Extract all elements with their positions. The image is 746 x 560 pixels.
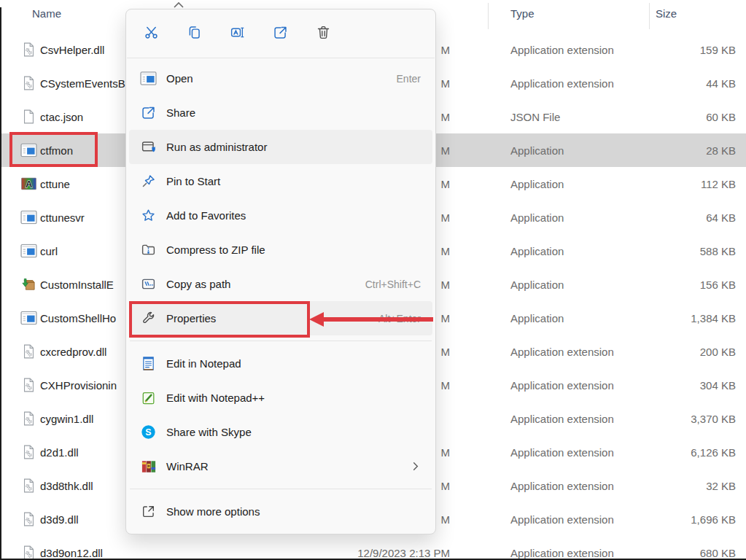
arrow-annotation	[323, 317, 433, 322]
share-button[interactable]	[264, 18, 296, 50]
menu-item-pin-to-start[interactable]: Pin to Start	[129, 164, 432, 198]
file-size: 44 KB	[706, 77, 736, 90]
file-type: Application extension	[510, 480, 614, 492]
rename-button[interactable]	[221, 18, 253, 50]
file-date: M	[441, 44, 451, 56]
file-type: Application extension	[510, 379, 614, 392]
file-name: curl	[40, 245, 58, 257]
delete-button[interactable]	[307, 18, 339, 50]
file-type: Application extension	[510, 513, 614, 526]
file-name: CustomInstallE	[40, 279, 114, 291]
dll-file-icon	[20, 545, 37, 560]
winrar-icon	[139, 459, 158, 474]
cut-button[interactable]	[135, 18, 167, 50]
file-date: M	[441, 77, 451, 90]
file-type: Application extension	[510, 77, 614, 90]
favorites-icon	[139, 208, 158, 223]
file-name: d3d9.dll	[40, 513, 79, 526]
file-type: Application	[510, 279, 564, 291]
menu-item-label: Share	[166, 106, 195, 119]
menu-item-add-to-favorites[interactable]: Add to Favorites	[129, 198, 432, 233]
delete-icon	[316, 25, 331, 43]
exe-app-icon	[20, 144, 37, 158]
file-name: d2d1.dll	[40, 446, 79, 459]
share-icon	[273, 25, 288, 43]
menu-item-label: Edit with Notepad++	[166, 392, 265, 404]
column-header-size[interactable]: Size	[656, 7, 677, 20]
arrow-annotation-head	[309, 312, 324, 327]
file-size: 588 KB	[700, 245, 736, 257]
menu-item-shortcut: Enter	[397, 73, 421, 85]
file-date: M	[441, 379, 451, 392]
file-name: ctfmon	[40, 144, 73, 157]
menu-item-label: Open	[166, 72, 193, 85]
file-size: 156 KB	[700, 279, 736, 291]
file-type: Application extension	[510, 413, 614, 425]
file-name: cygwin1.dll	[40, 413, 93, 425]
menu-item-winrar[interactable]: WinRAR	[129, 449, 432, 483]
file-size: 3,370 KB	[691, 413, 736, 425]
file-date: M	[441, 178, 451, 190]
menu-item-copy-as-path[interactable]: Copy as pathCtrl+Shift+C	[129, 267, 432, 301]
file-row-d3d9on12-dll[interactable]: d3d9on12.dll12/9/2023 2:13 PMApplication…	[0, 536, 746, 560]
file-name: CXHProvisionin	[40, 379, 117, 392]
file-name: cttunesvr	[40, 211, 85, 224]
file-type: Application extension	[510, 547, 614, 559]
menu-item-compress-to-zip-file[interactable]: Compress to ZIP file	[129, 233, 432, 267]
menu-item-edit-in-notepad[interactable]: Edit in Notepad	[129, 346, 432, 381]
file-date: M	[441, 144, 451, 157]
file-size: 304 KB	[700, 379, 736, 392]
menu-item-share[interactable]: Share	[129, 96, 432, 130]
dll-file-icon	[20, 411, 37, 427]
notepad-icon	[139, 356, 158, 371]
menu-item-label: Pin to Start	[166, 175, 220, 187]
pin-icon	[139, 174, 158, 189]
menu-item-shortcut: Ctrl+Shift+C	[365, 279, 421, 290]
file-date: M	[441, 312, 451, 324]
column-divider[interactable]	[649, 3, 650, 29]
skype-icon: S	[139, 424, 158, 440]
dll-file-icon	[20, 42, 37, 58]
column-header-name[interactable]: Name	[32, 7, 61, 20]
column-divider[interactable]	[488, 3, 489, 29]
file-type: JSON File	[510, 111, 560, 123]
file-date: M	[441, 480, 451, 492]
menu-item-run-as-administrator[interactable]: Run as administrator	[129, 130, 432, 164]
menu-item-label: Compress to ZIP file	[166, 244, 265, 256]
dll-file-icon	[20, 445, 37, 460]
context-menu-items: OpenEnterShareRun as administratorPin to…	[126, 58, 435, 532]
rename-icon	[230, 25, 245, 43]
file-name: CSystemEventsB	[40, 77, 125, 90]
menu-item-open[interactable]: OpenEnter	[129, 61, 432, 96]
file-name: ctac.json	[40, 111, 83, 123]
file-type: Application extension	[510, 346, 614, 358]
svg-text:S: S	[145, 427, 151, 438]
copy-button[interactable]	[178, 18, 210, 50]
file-size: 680 KB	[700, 547, 736, 559]
context-menu: OpenEnterShareRun as administratorPin to…	[125, 9, 436, 534]
menu-item-show-more-options[interactable]: Show more options	[129, 494, 432, 529]
file-date: M	[441, 211, 451, 224]
file-name: CustomShellHo	[40, 312, 116, 324]
exe-app-icon	[20, 311, 37, 325]
menu-item-label: WinRAR	[166, 460, 209, 472]
file-size: 32 KB	[706, 480, 736, 492]
copy-icon	[187, 25, 202, 43]
file-type: Application extension	[510, 446, 614, 459]
file-date: 12/9/2023 2:13 PM	[357, 547, 450, 559]
file-type: Application extension	[510, 44, 614, 56]
dll-file-icon	[20, 512, 37, 527]
file-size: 28 KB	[706, 144, 736, 157]
menu-item-label: Run as administrator	[166, 141, 267, 153]
menu-item-label: Add to Favorites	[166, 209, 246, 222]
dll-file-icon	[20, 478, 37, 494]
chevron-right-icon	[410, 461, 421, 472]
menu-item-edit-with-notepad-[interactable]: Edit with Notepad++	[129, 381, 432, 415]
menu-item-share-with-skype[interactable]: SShare with Skype	[129, 415, 432, 449]
notepad-plus-icon	[139, 391, 158, 405]
share-icon	[139, 105, 158, 120]
file-type: Application	[510, 211, 564, 224]
json-file-icon	[20, 109, 37, 125]
column-header-type[interactable]: Type	[510, 7, 535, 20]
file-date: M	[441, 245, 451, 257]
